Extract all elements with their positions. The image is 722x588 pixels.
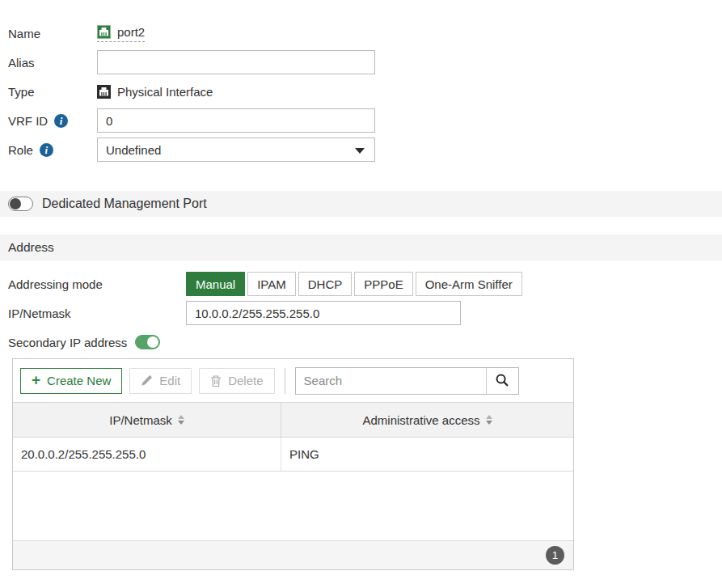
interface-name-value[interactable]: port2	[97, 25, 145, 42]
table-footer: 1	[13, 540, 573, 569]
create-new-button[interactable]: + Create New	[20, 368, 122, 394]
ethernet-port-green-icon	[97, 25, 111, 39]
type-value: Physical Interface	[97, 85, 213, 99]
addressing-mode-one-arm-sniffer[interactable]: One-Arm Sniffer	[416, 272, 522, 296]
vrf-label: VRF ID i	[8, 114, 97, 128]
dedicated-mgmt-label: Dedicated Management Port	[42, 197, 207, 211]
delete-button[interactable]: Delete	[199, 368, 274, 394]
trash-icon	[210, 374, 222, 387]
ip-netmask-label: IP/Netmask	[8, 307, 186, 320]
delete-label: Delete	[228, 374, 263, 387]
search-box	[295, 367, 519, 395]
edit-label: Edit	[159, 374, 180, 387]
role-dropdown[interactable]: Undefined	[97, 137, 375, 162]
addressing-mode-pppoe[interactable]: PPPoE	[354, 272, 412, 296]
role-info-icon[interactable]: i	[40, 143, 53, 157]
role-row: Role i Undefined	[8, 137, 412, 162]
secondary-ip-table: + Create New Edit Delete	[12, 358, 574, 570]
type-row: Type Physical Interface	[8, 79, 412, 104]
column-header-admin-access[interactable]: Administrative access	[281, 403, 573, 437]
interface-name-text: port2	[117, 25, 145, 39]
toolbar-separator	[285, 368, 285, 394]
alias-label: Alias	[8, 56, 97, 70]
addressing-mode-dhcp[interactable]: DHCP	[298, 272, 353, 296]
sort-icon	[486, 415, 492, 425]
secondary-ip-row: Secondary IP address	[8, 332, 590, 352]
dedicated-mgmt-section: Dedicated Management Port	[0, 191, 722, 217]
page-count-badge[interactable]: 1	[546, 546, 564, 565]
secondary-ip-label: Secondary IP address	[8, 336, 127, 349]
alias-input[interactable]	[97, 50, 375, 74]
ethernet-port-dark-icon	[97, 85, 111, 99]
column-header-ip-netmask[interactable]: IP/Netmask	[13, 403, 281, 437]
plus-icon: +	[32, 372, 40, 387]
role-label: Role i	[8, 143, 97, 157]
interface-edit-page: Name port2 Alias Type	[0, 0, 722, 588]
column-header-label: Administrative access	[362, 413, 479, 427]
pencil-icon	[141, 374, 153, 387]
sort-icon	[178, 415, 184, 425]
address-section-header: Address	[0, 235, 722, 260]
table-toolbar: + Create New Edit Delete	[13, 359, 573, 402]
addressing-mode-ipam[interactable]: IPAM	[247, 272, 296, 296]
role-selected-value: Undefined	[106, 143, 161, 157]
column-header-label: IP/Netmask	[109, 413, 172, 427]
interface-form: Name port2 Alias Type	[8, 21, 412, 167]
dedicated-mgmt-toggle[interactable]	[8, 197, 33, 211]
create-new-label: Create New	[47, 374, 111, 387]
addressing-mode-label: Addressing mode	[8, 277, 186, 291]
search-input[interactable]	[296, 368, 486, 394]
alias-row: Alias	[8, 50, 412, 74]
addressing-mode-row: Addressing mode Manual IPAM DHCP PPPoE O…	[8, 272, 590, 296]
table-row[interactable]: 20.0.0.2/255.255.255.0 PING	[13, 438, 573, 472]
vrf-label-text: VRF ID	[8, 114, 48, 128]
address-form: Addressing mode Manual IPAM DHCP PPPoE O…	[8, 272, 590, 357]
search-icon	[495, 373, 510, 388]
table-header: IP/Netmask Administrative access	[13, 402, 573, 438]
vrf-info-icon[interactable]: i	[54, 114, 68, 128]
toggle-knob	[147, 336, 158, 348]
secondary-ip-toggle[interactable]	[135, 335, 160, 349]
type-label: Type	[8, 85, 97, 99]
cell-ip-netmask: 20.0.0.2/255.255.255.0	[13, 438, 281, 471]
type-text: Physical Interface	[117, 85, 213, 99]
ip-netmask-input[interactable]	[186, 301, 461, 325]
addressing-mode-manual[interactable]: Manual	[186, 272, 245, 296]
edit-button[interactable]: Edit	[129, 368, 192, 394]
cell-admin-access: PING	[281, 438, 573, 471]
table-empty-area	[13, 472, 573, 540]
role-label-text: Role	[8, 143, 33, 157]
address-header-label: Address	[8, 240, 54, 255]
name-row: Name port2	[8, 21, 412, 45]
chevron-down-icon	[355, 148, 365, 154]
name-label: Name	[8, 27, 97, 40]
toggle-knob	[10, 198, 21, 209]
ip-netmask-row: IP/Netmask	[8, 301, 590, 325]
vrf-id-input[interactable]	[97, 108, 375, 133]
vrf-row: VRF ID i	[8, 108, 412, 133]
addressing-mode-segmented-control: Manual IPAM DHCP PPPoE One-Arm Sniffer	[186, 272, 522, 296]
search-button[interactable]	[486, 368, 518, 394]
